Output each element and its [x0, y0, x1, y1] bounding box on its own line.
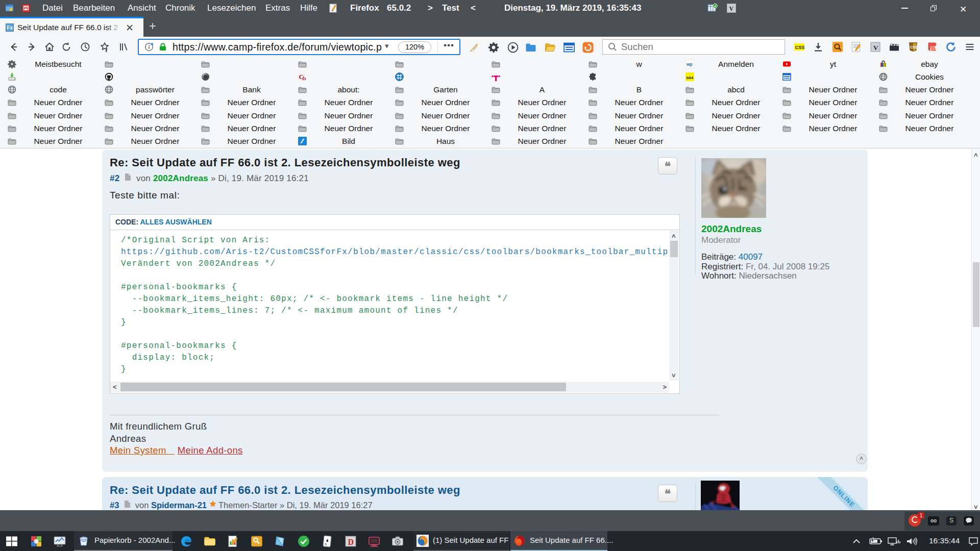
- svg-text:fs: fs: [303, 76, 306, 81]
- svg-text:V: V: [873, 44, 878, 52]
- svg-text:CSS: CSS: [795, 45, 805, 50]
- svg-text:b64: b64: [687, 76, 694, 80]
- svg-text:D: D: [348, 538, 354, 546]
- svg-text:CSS: CSS: [910, 45, 918, 49]
- svg-text:Fx: Fx: [7, 25, 13, 31]
- svg-text:A: A: [324, 542, 327, 546]
- svg-text:wp: wp: [686, 62, 693, 67]
- svg-text:V: V: [729, 5, 734, 12]
